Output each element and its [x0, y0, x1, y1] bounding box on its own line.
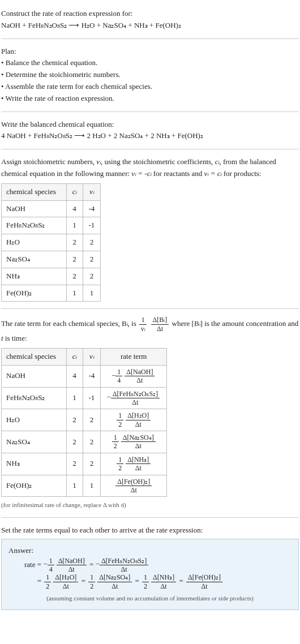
col-nu: νᵢ [83, 183, 101, 200]
cell-nu: 1 [83, 475, 101, 497]
col-species: chemical species [2, 348, 67, 365]
plan-title: Plan: [1, 46, 299, 58]
cell-rate-term: 12Δ[H₂O]Δt [101, 409, 167, 431]
cell-ci: 4 [66, 200, 83, 217]
cell-ci: 1 [66, 387, 83, 409]
table-row: Na₂SO₄2212Δ[Na₂SO₄]Δt [2, 431, 167, 453]
cell-nu: -4 [83, 200, 101, 217]
stoich-intro: for reactants and [151, 169, 204, 178]
stoich-intro: Assign stoichiometric numbers, [1, 157, 96, 166]
plan-item: Balance the chemical equation. [6, 58, 97, 67]
balanced-title: Write the balanced chemical equation: [1, 119, 299, 131]
rate-expression: rate = −14Δ[NaOH]Δt = −Δ[FeH₈N₂O₈S₂]Δt r… [8, 557, 292, 591]
table-row: NaOH4-4 [2, 200, 101, 217]
rate-intro: The rate term for each chemical species,… [1, 319, 138, 328]
cell-nu: 2 [83, 431, 101, 453]
table-row: NH₃22 [2, 268, 101, 285]
rate-intro: is time: [3, 334, 27, 342]
cell-species: FeH₈N₂O₈S₂ [2, 387, 67, 409]
cell-nu: 2 [83, 409, 101, 431]
rate-table: chemical species cᵢ νᵢ rate term NaOH4-4… [1, 348, 167, 497]
equals-sign: = [179, 577, 185, 585]
cell-rate-term: −Δ[FeH₈N₂O₈S₂]Δt [101, 387, 167, 409]
cell-species: Na₂SO₄ [2, 431, 67, 453]
eq-rhs: H₂O + Na₂SO₄ + NH₃ + Fe(OH)₂ [82, 21, 181, 29]
cell-ci: 2 [66, 234, 83, 251]
col-nu: νᵢ [83, 348, 101, 365]
cell-species: NH₃ [2, 268, 67, 285]
table-row: NH₃2212Δ[NH₃]Δt [2, 453, 167, 475]
stoich-intro: , using the stoichiometric coefficients, [101, 157, 215, 166]
stoich-rel: νᵢ = -cᵢ [131, 169, 151, 178]
table-row: Fe(OH)₂11Δ[Fe(OH)₂]Δt [2, 475, 167, 497]
col-rate-term: rate term [101, 348, 167, 365]
cell-rate-term: −14Δ[NaOH]Δt [101, 365, 167, 387]
cell-ci: 2 [66, 431, 83, 453]
col-ci: cᵢ [66, 348, 83, 365]
cell-ci: 4 [66, 365, 83, 387]
cell-rate-term: Δ[Fe(OH)₂]Δt [101, 475, 167, 497]
cell-ci: 1 [66, 285, 83, 302]
frac-dbi-dt: Δ[Bᵢ]Δt [151, 316, 169, 333]
table-row: H₂O22 [2, 234, 101, 251]
cell-ci: 1 [66, 217, 83, 234]
equals-sign: = [89, 560, 96, 568]
nu-symbol: νᵢ [96, 157, 101, 166]
cell-species: H₂O [2, 234, 67, 251]
rate-intro: where [Bᵢ] is the amount concentration a… [172, 319, 299, 328]
cell-rate-term: 12Δ[NH₃]Δt [101, 453, 167, 475]
balanced-rhs: 2 H₂O + 2 Na₂SO₄ + 2 NH₃ + Fe(OH)₂ [87, 131, 203, 140]
table-row: NaOH4-4−14Δ[NaOH]Δt [2, 365, 167, 387]
col-species: chemical species [2, 183, 67, 200]
cell-ci: 2 [66, 453, 83, 475]
equals-sign: = [82, 577, 88, 585]
cell-species: NaOH [2, 200, 67, 217]
cell-rate-term: 12Δ[Na₂SO₄]Δt [101, 431, 167, 453]
stoich-rel: νᵢ = cᵢ [204, 169, 222, 178]
stoich-intro: for products: [221, 169, 261, 178]
cell-nu: -4 [83, 365, 101, 387]
cell-nu: 2 [83, 453, 101, 475]
rate-note: (for infinitesimal rate of change, repla… [1, 500, 299, 510]
arrow-icon: ⟶ [74, 131, 85, 140]
cell-species: Fe(OH)₂ [2, 285, 67, 302]
cell-species: NaOH [2, 365, 67, 387]
cell-nu: 2 [83, 268, 101, 285]
answer-label: Answer: [8, 545, 292, 557]
equals-sign: = [135, 577, 142, 585]
cell-nu: 2 [83, 234, 101, 251]
stoich-table: chemical speciescᵢνᵢ NaOH4-4 FeH₈N₂O₈S₂1… [1, 183, 101, 302]
answer-assumption: (assuming constant volume and no accumul… [8, 594, 292, 604]
cell-nu: 1 [83, 285, 101, 302]
cell-ci: 2 [66, 251, 83, 268]
cell-species: H₂O [2, 409, 67, 431]
rate-label: rate = [24, 560, 43, 568]
cell-nu: -1 [83, 387, 101, 409]
plan-item: Write the rate of reaction expression. [6, 94, 114, 102]
plan-item: Determine the stoichiometric numbers. [6, 70, 121, 79]
table-row: Na₂SO₄22 [2, 251, 101, 268]
cell-species: Fe(OH)₂ [2, 475, 67, 497]
cell-species: FeH₈N₂O₈S₂ [2, 217, 67, 234]
final-title: Set the rate terms equal to each other t… [1, 525, 299, 536]
equals-sign: = [37, 577, 44, 585]
arrow-icon: ⟶ [68, 21, 79, 29]
plan-item: Assemble the rate term for each chemical… [5, 82, 152, 91]
answer-box: Answer: rate = −14Δ[NaOH]Δt = −Δ[FeH₈N₂O… [1, 539, 299, 610]
cell-ci: 2 [66, 409, 83, 431]
cell-ci: 2 [66, 268, 83, 285]
table-row: Fe(OH)₂11 [2, 285, 101, 302]
table-row: H₂O2212Δ[H₂O]Δt [2, 409, 167, 431]
cell-species: Na₂SO₄ [2, 251, 67, 268]
cell-nu: 2 [83, 251, 101, 268]
construct-prompt: Construct the rate of reaction expressio… [1, 8, 299, 20]
balanced-lhs: 4 NaOH + FeH₈N₂O₈S₂ [1, 131, 72, 140]
frac-1-nu: 1νᵢ [139, 316, 147, 333]
cell-ci: 1 [66, 475, 83, 497]
eq-lhs: NaOH + FeH₈N₂O₈S₂ [1, 21, 67, 29]
cell-nu: -1 [83, 217, 101, 234]
col-ci: cᵢ [66, 183, 83, 200]
table-row: FeH₈N₂O₈S₂1-1−Δ[FeH₈N₂O₈S₂]Δt [2, 387, 167, 409]
table-row: FeH₈N₂O₈S₂1-1 [2, 217, 101, 234]
cell-species: NH₃ [2, 453, 67, 475]
